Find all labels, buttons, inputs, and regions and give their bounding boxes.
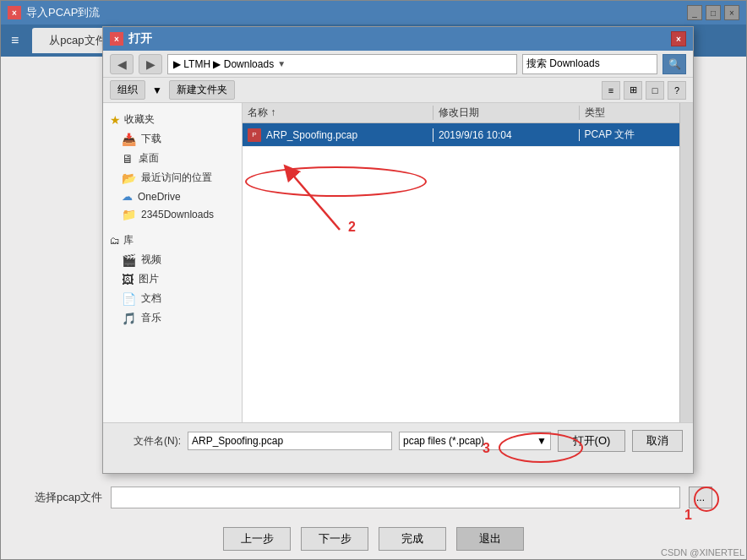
dialog-toolbar2: 组织 ▼ 新建文件夹 ≡ ⊞ □ ? — [103, 78, 693, 103]
back-button[interactable]: ◀ — [110, 54, 134, 74]
filetype-dropdown-icon: ▼ — [537, 435, 547, 447]
sidebar-item-2345downloads[interactable]: 📁 2345Downloads — [106, 205, 238, 224]
filelist-body: P ARP_Spoofing.pcap 2019/9/16 10:04 PCAP… — [243, 123, 679, 422]
file-name-label: ARP_Spoofing.pcap — [266, 129, 357, 141]
detail-view-icon[interactable]: □ — [646, 81, 664, 100]
app-icon: × — [8, 6, 21, 19]
forward-button[interactable]: ▶ — [139, 54, 162, 74]
sidebar-item-label-music: 音乐 — [141, 311, 161, 325]
filename-label: 文件名(N): — [113, 434, 181, 449]
minimize-btn[interactable]: _ — [687, 5, 702, 20]
sidebar-item-label-recent: 最近访问的位置 — [141, 171, 212, 185]
folder-2345-icon: 📁 — [122, 208, 136, 221]
video-icon: 🎬 — [122, 253, 136, 267]
dialog-filelist: 名称 ↑ 修改日期 类型 P ARP_Spoofing.pcap 2019/9/… — [243, 103, 679, 422]
annotation-num-1: 1 — [684, 508, 692, 523]
exit-button[interactable]: 退出 — [456, 527, 524, 551]
sidebar-item-label-desktop: 桌面 — [139, 151, 159, 166]
pcap-file-icon: P — [248, 128, 261, 142]
sidebar-item-desktop[interactable]: 🖥 桌面 — [106, 149, 238, 168]
sidebar-item-label-onedrive: OneDrive — [138, 191, 181, 203]
sidebar-item-label-downloads: 下载 — [141, 132, 161, 146]
search-button[interactable]: 🔍 — [662, 54, 686, 74]
sidebar-item-recent[interactable]: 📂 最近访问的位置 — [106, 168, 238, 188]
library-icon: 🗂 — [110, 235, 120, 247]
next-button[interactable]: 下一步 — [301, 527, 368, 551]
sidebar-item-downloads[interactable]: 📥 下载 — [106, 129, 238, 149]
select-pcap-row: 选择pcap文件 ... — [35, 487, 712, 508]
documents-icon: 📄 — [122, 292, 136, 306]
help-icon[interactable]: ? — [668, 81, 686, 100]
col-header-type: 类型 — [580, 106, 679, 120]
prev-button[interactable]: 上一步 — [223, 527, 291, 551]
col-header-date: 修改日期 — [433, 106, 580, 120]
search-placeholder: 搜索 Downloads — [526, 57, 600, 71]
window-controls[interactable]: _ □ × — [687, 5, 739, 20]
dialog-bottom-bar: 文件名(N): pcap files (*.pcap) ▼ 打开(O) 取消 — [103, 422, 693, 473]
filename-input[interactable] — [188, 432, 392, 450]
file-type-arp: PCAP 文件 — [580, 128, 679, 142]
images-icon: 🖼 — [122, 273, 134, 286]
finish-button[interactable]: 完成 — [379, 527, 446, 551]
file-date-arp: 2019/9/16 10:04 — [433, 129, 580, 141]
grid-view-icon[interactable]: ⊞ — [624, 81, 642, 100]
star-icon: ★ — [110, 113, 121, 127]
toolbar2-sep: ▼ — [152, 84, 162, 96]
sidebar-item-label-images: 图片 — [139, 272, 159, 286]
search-box[interactable]: 搜索 Downloads — [522, 54, 657, 74]
hamburger-icon[interactable]: ≡ — [11, 33, 19, 48]
filetype-select[interactable]: pcap files (*.pcap) ▼ — [399, 432, 551, 450]
dialog-cancel-button[interactable]: 取消 — [632, 430, 683, 452]
sidebar-item-music[interactable]: 🎵 音乐 — [106, 308, 238, 328]
music-icon: 🎵 — [122, 312, 136, 325]
app-window: × 导入PCAP到流 _ □ × ≡ 从pcap文件生成流 选择源端口... 选… — [0, 0, 747, 560]
close-btn[interactable]: × — [724, 5, 739, 20]
favorites-label: 收藏夹 — [124, 112, 155, 127]
file-row-arp-spoofing[interactable]: P ARP_Spoofing.pcap 2019/9/16 10:04 PCAP… — [243, 123, 679, 147]
sidebar-separator — [106, 224, 238, 231]
library-section: 🗂 库 — [106, 231, 238, 250]
path-dropdown[interactable]: ▼ — [277, 59, 291, 68]
dialog-titlebar: × 打开 × — [103, 27, 693, 51]
sidebar-item-label-2345downloads: 2345Downloads — [141, 209, 214, 220]
path-bar[interactable]: ▶ LTMH ▶ Downloads ▼ — [167, 54, 517, 74]
desktop-icon: 🖥 — [122, 152, 134, 166]
annotation-circle-1 — [694, 487, 719, 512]
filelist-header: 名称 ↑ 修改日期 类型 — [243, 103, 679, 123]
pcap-file-input[interactable] — [111, 487, 680, 508]
bottom-button-bar: 上一步 下一步 完成 退出 — [1, 527, 746, 551]
download-folder-icon: 📥 — [122, 133, 136, 146]
app-title: 导入PCAP到流 — [26, 5, 687, 20]
library-label: 库 — [123, 233, 134, 247]
sidebar-item-documents[interactable]: 📄 文档 — [106, 289, 238, 308]
sidebar-item-onedrive[interactable]: ☁ OneDrive — [106, 188, 238, 205]
sidebar-item-label-documents: 文档 — [141, 291, 161, 306]
recent-icon: 📂 — [122, 171, 136, 185]
filename-row: 文件名(N): pcap files (*.pcap) ▼ 打开(O) 取消 — [113, 430, 683, 452]
filetype-value: pcap files (*.pcap) — [403, 435, 484, 447]
view-icons: ≡ ⊞ □ ? — [602, 81, 686, 100]
watermark: CSDN @XINERTEL — [661, 547, 744, 557]
organize-button[interactable]: 组织 — [110, 80, 145, 100]
dialog-icon: × — [110, 32, 123, 46]
favorites-section: ★ 收藏夹 — [106, 110, 238, 129]
new-folder-button[interactable]: 新建文件夹 — [169, 80, 235, 100]
dialog-nav-bar: ◀ ▶ ▶ LTMH ▶ Downloads ▼ 搜索 Downloads 🔍 — [103, 51, 693, 78]
dialog-close-button[interactable]: × — [671, 31, 686, 46]
path-text: ▶ LTMH ▶ Downloads — [173, 58, 274, 70]
app-titlebar: × 导入PCAP到流 _ □ × — [1, 1, 746, 24]
sidebar-item-images[interactable]: 🖼 图片 — [106, 269, 238, 289]
col-header-name: 名称 ↑ — [243, 106, 433, 120]
cloud-icon: ☁ — [122, 190, 133, 203]
maximize-btn[interactable]: □ — [706, 5, 721, 20]
vertical-scrollbar[interactable] — [679, 103, 693, 422]
sidebar-item-label-video: 视频 — [141, 253, 161, 267]
file-name-arp: P ARP_Spoofing.pcap — [243, 128, 433, 142]
sidebar-item-video[interactable]: 🎬 视频 — [106, 250, 238, 269]
dialog-body: ★ 收藏夹 📥 下载 🖥 桌面 📂 最近访问的位置 ☁ OneDriv — [103, 103, 693, 422]
list-view-icon[interactable]: ≡ — [602, 81, 620, 100]
open-file-dialog: × 打开 × ◀ ▶ ▶ LTMH ▶ Downloads ▼ 搜索 Downl… — [102, 26, 694, 474]
dialog-sidebar: ★ 收藏夹 📥 下载 🖥 桌面 📂 最近访问的位置 ☁ OneDriv — [103, 103, 243, 422]
dialog-open-button[interactable]: 打开(O) — [558, 430, 625, 452]
dialog-title: 打开 — [128, 31, 671, 46]
